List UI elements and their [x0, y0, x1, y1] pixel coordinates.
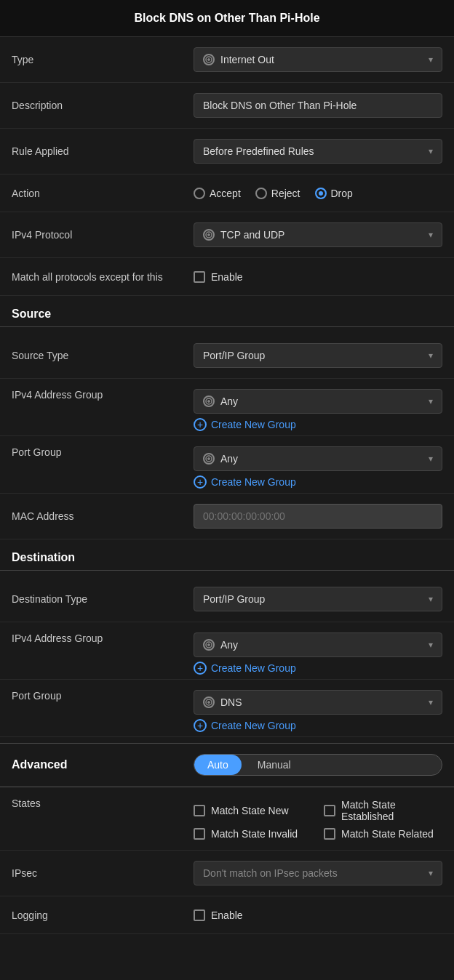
dest-port-create-group[interactable]: + Create New Group — [194, 715, 442, 734]
source-port-value: Any — [220, 453, 238, 465]
source-port-chevron: ▾ — [429, 454, 433, 464]
reject-radio[interactable] — [255, 188, 267, 199]
advanced-section-label: Advanced — [12, 758, 194, 771]
source-ipv4-create-icon: + — [194, 418, 207, 431]
rule-applied-control: Before Predefined Rules ▾ — [194, 139, 442, 164]
dest-port-control: DNS ▾ + Create New Group — [194, 690, 442, 734]
type-select[interactable]: Internet Out ▾ — [194, 47, 442, 72]
match-protocols-checkbox[interactable] — [194, 271, 205, 283]
source-ipv4-create-label: Create New Group — [211, 419, 296, 430]
mac-address-control — [194, 504, 442, 529]
destination-type-chevron: ▾ — [429, 594, 433, 604]
type-icon — [203, 54, 215, 65]
dest-ipv4-chevron: ▾ — [429, 640, 433, 650]
accept-radio[interactable] — [194, 188, 205, 199]
state-invalid[interactable]: Match State Invalid — [194, 828, 312, 840]
source-port-create-icon: + — [194, 475, 207, 489]
advanced-toggle-group: Auto Manual — [194, 754, 442, 776]
advanced-toggle-control: Auto Manual — [194, 754, 442, 776]
state-new[interactable]: Match State New — [194, 799, 312, 822]
dest-port-select[interactable]: DNS ▾ — [194, 690, 442, 715]
state-new-checkbox[interactable] — [194, 805, 205, 816]
source-port-label: Port Group — [12, 446, 194, 458]
dest-ipv4-select[interactable]: Any ▾ — [194, 632, 442, 657]
accept-label: Accept — [210, 188, 241, 199]
advanced-auto-btn[interactable]: Auto — [194, 755, 242, 775]
dest-port-label: Port Group — [12, 690, 194, 702]
source-ipv4-create-group[interactable]: + Create New Group — [194, 414, 442, 433]
source-port-select[interactable]: Any ▾ — [194, 446, 442, 471]
logging-checkbox-item[interactable]: Enable — [194, 909, 442, 921]
state-established[interactable]: Match State Established — [324, 799, 442, 822]
state-invalid-label: Match State Invalid — [211, 828, 298, 840]
source-port-create-group[interactable]: + Create New Group — [194, 471, 442, 490]
ipsec-chevron: ▾ — [429, 868, 433, 878]
source-type-value: Port/IP Group — [203, 350, 265, 361]
destination-type-value: Port/IP Group — [203, 593, 265, 605]
description-input[interactable] — [194, 93, 442, 118]
mac-address-input[interactable] — [194, 504, 442, 529]
state-related-label: Match State Related — [341, 828, 434, 840]
mac-address-label: MAC Address — [12, 510, 194, 522]
state-related-checkbox[interactable] — [324, 828, 335, 840]
dest-ipv4-value: Any — [220, 639, 238, 651]
action-accept[interactable]: Accept — [194, 188, 241, 199]
description-control — [194, 93, 442, 118]
source-type-chevron: ▾ — [429, 350, 433, 361]
destination-type-label: Destination Type — [12, 593, 194, 605]
reject-label: Reject — [271, 188, 300, 199]
state-related[interactable]: Match State Related — [324, 828, 442, 840]
rule-applied-value: Before Predefined Rules — [203, 145, 314, 157]
action-drop[interactable]: Drop — [315, 188, 353, 199]
rule-applied-chevron: ▾ — [429, 146, 433, 156]
logging-control: Enable — [194, 909, 442, 921]
match-protocols-enable: Enable — [211, 271, 243, 283]
source-ipv4-control: Any ▾ + Create New Group — [194, 389, 442, 433]
ipv4-protocol-control: TCP and UDP ▾ — [194, 222, 442, 247]
ipv4-protocol-select[interactable]: TCP and UDP ▾ — [194, 222, 442, 247]
dest-ipv4-label: IPv4 Address Group — [12, 632, 194, 644]
ipsec-label: IPsec — [12, 867, 194, 879]
state-invalid-checkbox[interactable] — [194, 828, 205, 840]
logging-label: Logging — [12, 909, 194, 921]
state-established-label: Match State Established — [341, 799, 442, 822]
ipsec-control: Don't match on IPsec packets ▾ — [194, 861, 442, 885]
logging-checkbox[interactable] — [194, 909, 205, 921]
ipsec-select[interactable]: Don't match on IPsec packets ▾ — [194, 861, 442, 885]
dest-ipv4-create-icon: + — [194, 662, 207, 675]
dest-ipv4-create-group[interactable]: + Create New Group — [194, 657, 442, 676]
state-established-checkbox[interactable] — [324, 805, 335, 816]
dest-port-icon — [203, 696, 215, 708]
source-section-header: Source — [0, 296, 454, 326]
dest-ipv4-icon — [203, 639, 215, 651]
source-type-label: Source Type — [12, 350, 194, 361]
rule-applied-select[interactable]: Before Predefined Rules ▾ — [194, 139, 442, 164]
destination-type-select[interactable]: Port/IP Group ▾ — [194, 587, 442, 611]
drop-radio[interactable] — [315, 188, 327, 199]
source-port-control: Any ▾ + Create New Group — [194, 446, 442, 490]
source-ipv4-label: IPv4 Address Group — [12, 389, 194, 401]
destination-type-control: Port/IP Group ▾ — [194, 587, 442, 611]
ipv4-protocol-value: TCP and UDP — [220, 229, 284, 241]
source-ipv4-select[interactable]: Any ▾ — [194, 389, 442, 414]
source-ipv4-value: Any — [220, 395, 238, 407]
source-type-select[interactable]: Port/IP Group ▾ — [194, 343, 442, 368]
page-title: Block DNS on Other Than Pi-Hole — [0, 0, 454, 37]
action-radio-group: Accept Reject Drop — [194, 188, 442, 199]
logging-enable-label: Enable — [211, 909, 243, 921]
ipsec-placeholder: Don't match on IPsec packets — [203, 867, 338, 879]
type-value: Internet Out — [220, 54, 274, 65]
dest-port-create-icon: + — [194, 719, 207, 732]
type-label: Type — [12, 54, 194, 65]
source-type-control: Port/IP Group ▾ — [194, 343, 442, 368]
source-ipv4-icon — [203, 395, 215, 407]
source-port-icon — [203, 453, 215, 465]
action-label: Action — [12, 188, 194, 199]
action-reject[interactable]: Reject — [255, 188, 300, 199]
destination-section-header: Destination — [0, 539, 454, 570]
source-port-create-label: Create New Group — [211, 476, 296, 488]
advanced-manual-btn[interactable]: Manual — [244, 755, 304, 775]
match-protocols-checkbox-item[interactable]: Enable — [194, 271, 442, 283]
dest-port-chevron: ▾ — [429, 697, 433, 707]
state-new-label: Match State New — [211, 805, 289, 816]
